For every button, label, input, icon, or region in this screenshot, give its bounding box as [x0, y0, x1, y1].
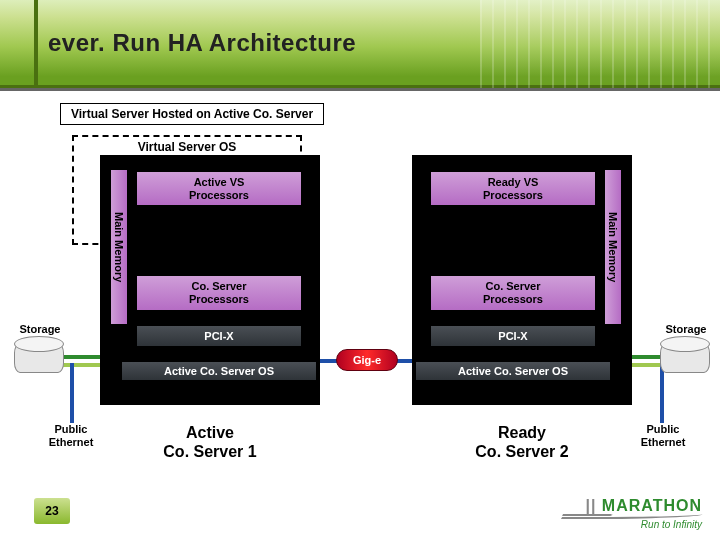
coserver-processors-left: Co. Server Processors: [134, 273, 304, 312]
server-ready: Main Memory Ready VS Processors Co. Serv…: [412, 155, 632, 405]
main-memory-right: Main Memory: [602, 167, 624, 327]
coserver-processors-right: Co. Server Processors: [428, 273, 598, 312]
coserver-os-right: Active Co. Server OS: [413, 359, 613, 383]
diagram-caption: Virtual Server Hosted on Active Co. Serv…: [60, 103, 324, 125]
pcix-right: PCI-X: [428, 323, 598, 349]
interconnect-gige: Gig-e: [336, 349, 398, 371]
virtual-server-os-label: Virtual Server OS: [74, 140, 300, 154]
storage-label-right: Storage: [656, 323, 716, 335]
storage-cylinder-right: [660, 343, 710, 373]
main-memory-label: Main Memory: [605, 170, 621, 324]
storage-label-left: Storage: [10, 323, 70, 335]
main-memory-left: Main Memory: [108, 167, 130, 327]
diagram-stage: Virtual Server Hosted on Active Co. Serv…: [0, 91, 720, 540]
brand-tagline: Run to Infinity: [562, 519, 702, 530]
banner-decoration: [480, 0, 720, 88]
server-name-right: Ready Co. Server 2: [414, 423, 630, 461]
main-memory-label: Main Memory: [111, 170, 127, 324]
active-vs-processors: Active VS Processors: [134, 169, 304, 208]
public-ethernet-right: Public Ethernet: [632, 423, 694, 449]
header-banner: ever. Run HA Architecture: [0, 0, 720, 88]
public-ethernet-left: Public Ethernet: [40, 423, 102, 449]
storage-cylinder-left: [14, 343, 64, 373]
server-active: Main Memory Active VS Processors Co. Ser…: [100, 155, 320, 405]
server-name-left: Active Co. Server 1: [102, 423, 318, 461]
pubeth-line-left: [70, 363, 74, 423]
page-number: 23: [34, 498, 70, 524]
slide-title: ever. Run HA Architecture: [48, 29, 356, 57]
brand-logo: || MARATHON Run to Infinity: [562, 497, 702, 530]
ready-vs-processors: Ready VS Processors: [428, 169, 598, 208]
brand-text: MARATHON: [602, 497, 702, 514]
pcix-left: PCI-X: [134, 323, 304, 349]
coserver-os-left: Active Co. Server OS: [119, 359, 319, 383]
